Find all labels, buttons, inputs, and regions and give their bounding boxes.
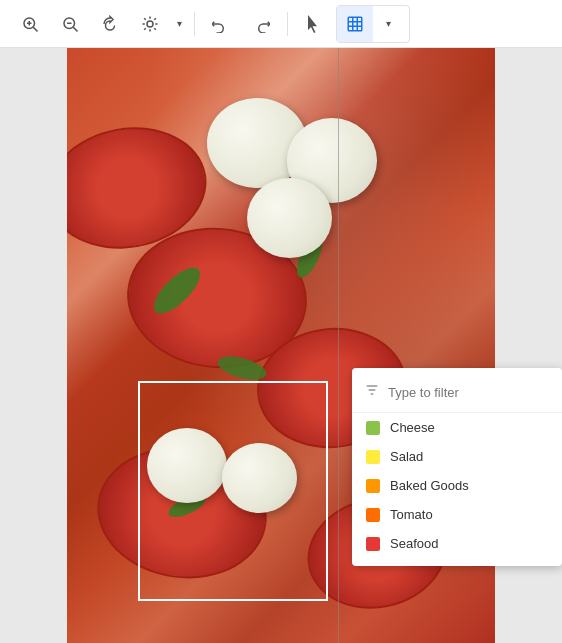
label-item-salad[interactable]: Salad [352,442,562,471]
label-item-seafood[interactable]: Seafood [352,529,562,558]
label-dropdown-panel: CheeseSaladBaked GoodsTomatoSeafood [352,368,562,566]
rotate-button[interactable] [92,6,128,42]
divider-1 [194,12,195,36]
label-item-baked-goods[interactable]: Baked Goods [352,471,562,500]
color-swatch-seafood [366,537,380,551]
undo-button[interactable] [203,6,239,42]
svg-line-14 [144,28,146,30]
zoom-in-button[interactable] [12,6,48,42]
cursor-button[interactable] [296,6,332,42]
label-text-cheese: Cheese [390,420,435,435]
label-text-tomato: Tomato [390,507,433,522]
svg-line-1 [33,27,37,31]
color-swatch-baked-goods [366,479,380,493]
mozz-ball-3 [247,178,332,258]
filter-icon [364,382,380,402]
label-text-seafood: Seafood [390,536,438,551]
svg-line-5 [73,27,77,31]
color-swatch-tomato [366,508,380,522]
crop-button-group: ▾ [336,5,410,43]
svg-point-7 [147,21,153,27]
crop-dropdown-arrow-icon: ▾ [386,18,391,29]
label-text-baked-goods: Baked Goods [390,478,469,493]
vertical-guide-line [338,48,339,643]
redo-button[interactable] [243,6,279,42]
label-filter-input[interactable] [388,385,556,400]
selection-rectangle[interactable] [138,381,328,601]
label-item-tomato[interactable]: Tomato [352,500,562,529]
filter-input-row [352,376,562,413]
crop-button[interactable] [337,6,373,42]
label-text-salad: Salad [390,449,423,464]
brightness-button[interactable] [132,6,168,42]
toolbar: ▾ ▾ [0,0,562,48]
color-swatch-salad [366,450,380,464]
zoom-out-button[interactable] [52,6,88,42]
svg-rect-16 [348,17,362,31]
svg-line-11 [154,28,156,30]
svg-line-15 [154,18,156,20]
brightness-dropdown-arrow[interactable]: ▾ [172,6,186,42]
label-item-cheese[interactable]: Cheese [352,413,562,442]
color-swatch-cheese [366,421,380,435]
canvas-area: CheeseSaladBaked GoodsTomatoSeafood [0,48,562,643]
divider-2 [287,12,288,36]
svg-line-10 [144,18,146,20]
crop-dropdown-button[interactable]: ▾ [373,6,409,42]
label-list: CheeseSaladBaked GoodsTomatoSeafood [352,413,562,558]
